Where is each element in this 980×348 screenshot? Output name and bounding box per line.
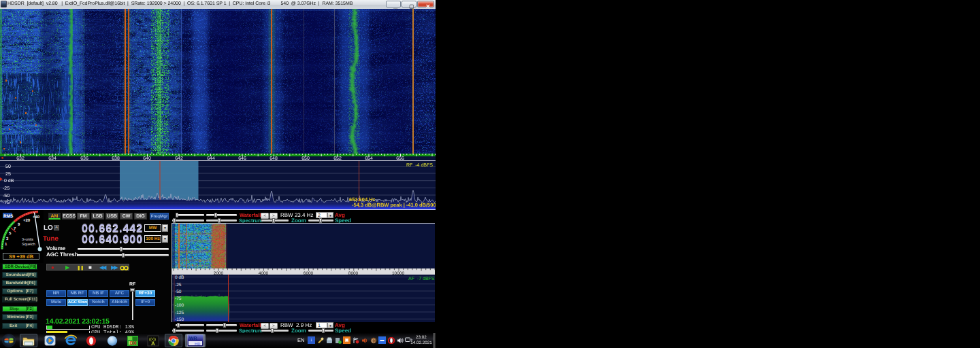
svg-text:WR: WR [189, 336, 197, 341]
svg-text:AF -7 dBFS: AF -7 dBFS [408, 276, 435, 281]
svg-text:HD: HD [195, 342, 201, 347]
svg-text:-50: -50 [175, 290, 182, 294]
svg-text:RF -4 dBFS: RF -4 dBFS [406, 162, 433, 168]
svg-text:25: 25 [5, 172, 11, 177]
svg-text:S-units: S-units [22, 238, 33, 242]
svg-text:DX: DX [130, 341, 137, 346]
svg-text:-75: -75 [3, 201, 10, 205]
svg-text:+20: +20 [23, 218, 31, 223]
svg-text:RMS: RMS [3, 214, 14, 219]
svg-text:S9 +39 dB: S9 +39 dB [9, 254, 34, 260]
svg-text:-100: -100 [175, 303, 184, 308]
svg-text:Squelch: Squelch [22, 243, 35, 247]
svg-text:-25: -25 [3, 186, 10, 191]
svg-text:-50: -50 [3, 194, 10, 198]
svg-text:50: 50 [5, 164, 11, 169]
svg-text:-54.3 dB@RBW peak | -41.0 dB/5: -54.3 dB@RBW peak | -41.0 dB/500.0 Hz # [352, 202, 436, 208]
svg-text:C: C [372, 338, 375, 344]
svg-text:0 dB: 0 dB [4, 178, 14, 184]
svg-text:A: A [151, 341, 155, 347]
svg-text:-150: -150 [175, 317, 184, 322]
svg-text:0 dB: 0 dB [175, 275, 184, 280]
svg-text:-125: -125 [175, 311, 184, 315]
svg-text:-75: -75 [175, 296, 182, 301]
svg-text:-25: -25 [175, 283, 182, 288]
svg-text:+40: +40 [33, 215, 40, 220]
